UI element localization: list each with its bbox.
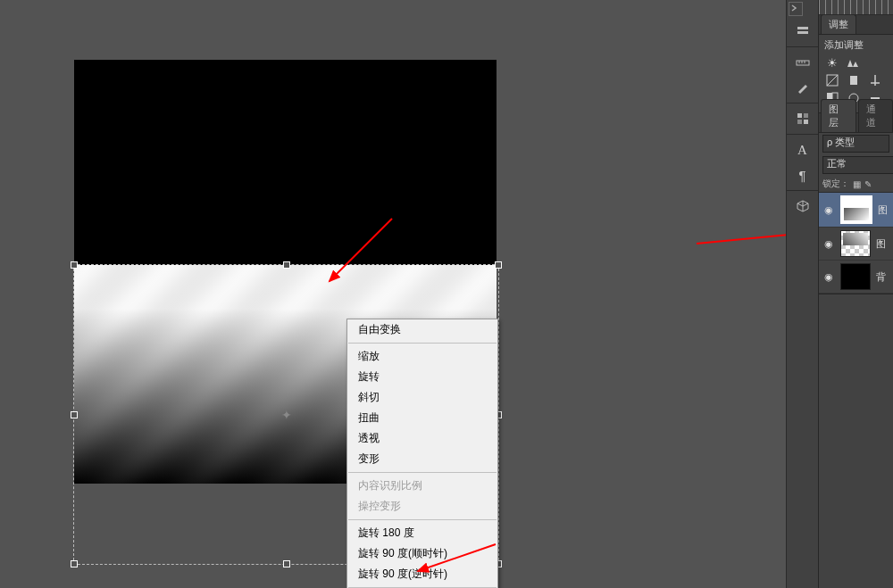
lock-label: 锁定：	[822, 178, 849, 190]
channels-tab[interactable]: 通道	[858, 99, 894, 132]
brightness-contrast-icon[interactable]: ☀	[824, 55, 840, 70]
layer-name[interactable]: 背	[876, 270, 886, 284]
three-d-panel-icon[interactable]	[789, 195, 816, 218]
workspace: ✦ 自由变换 缩放 旋转 斜切 扭曲 透视 变形 内容识别比例 操控变形 旋转 …	[0, 0, 788, 588]
transform-context-menu: 自由变换 缩放 旋转 斜切 扭曲 透视 变形 内容识别比例 操控变形 旋转 18…	[346, 319, 498, 588]
adjustments-tab[interactable]: 调整	[821, 14, 856, 34]
paragraph-panel-icon[interactable]: ¶	[789, 163, 816, 186]
transform-handle-top-left[interactable]	[71, 261, 78, 269]
svg-rect-9	[797, 113, 802, 118]
transform-handle-bottom-middle[interactable]	[283, 560, 290, 567]
menu-rotate[interactable]: 旋转	[347, 367, 497, 387]
transform-handle-top-right[interactable]	[495, 261, 502, 269]
layer-lock-row: 锁定： ▦ ✎	[819, 176, 893, 193]
layer-name[interactable]: 图	[878, 203, 888, 217]
svg-rect-11	[797, 120, 802, 124]
swatch-icon[interactable]	[789, 107, 816, 130]
collapsed-panel-rail: A ¶	[786, 0, 819, 588]
menu-rotate-90-cw[interactable]: 旋转 90 度(顺时针)	[347, 543, 497, 564]
layers-panel: 图层 通道 ρ 类型 正常 锁定： ▦ ✎ ◉ 图 ◉ 图	[819, 113, 893, 294]
ruler	[819, 0, 893, 15]
layer-visibility-toggle[interactable]: ◉	[822, 271, 835, 283]
layer-visibility-toggle[interactable]: ◉	[822, 238, 835, 250]
hue-sat-icon[interactable]	[846, 73, 862, 87]
ruler-tool-icon[interactable]	[789, 51, 816, 74]
layer-visibility-toggle[interactable]: ◉	[822, 204, 835, 216]
layer-row-1[interactable]: ◉ 图	[819, 193, 893, 228]
transform-center-icon[interactable]: ✦	[281, 410, 292, 420]
add-adjustment-label: 添加调整	[824, 38, 888, 52]
menu-perspective[interactable]: 透视	[347, 428, 497, 449]
layer-row-2[interactable]: ◉ 图	[819, 228, 893, 261]
lock-pixels-icon[interactable]: ▦	[853, 179, 861, 189]
menu-rotate-90-ccw[interactable]: 旋转 90 度(逆时针)	[347, 564, 497, 584]
layer-thumbnail[interactable]	[840, 230, 871, 257]
menu-separator	[348, 472, 497, 473]
menu-separator	[348, 519, 497, 520]
transform-handle-middle-left[interactable]	[71, 411, 78, 418]
layer-thumbnail[interactable]	[840, 195, 872, 224]
layer-filter-type-select[interactable]: ρ 类型	[822, 135, 889, 153]
lock-brush-icon[interactable]: ✎	[864, 179, 872, 189]
layer-thumbnail[interactable]	[840, 263, 871, 290]
history-icon[interactable]	[789, 20, 816, 43]
right-panels-stack: 调整 添加调整 ☀ 图层 通道 ρ 类型	[818, 0, 893, 588]
brush-preset-icon[interactable]	[789, 76, 816, 99]
menu-distort[interactable]: 扭曲	[347, 408, 497, 428]
menu-puppet-warp: 操控变形	[347, 496, 497, 517]
menu-warp[interactable]: 变形	[347, 449, 497, 469]
color-balance-icon[interactable]	[867, 73, 883, 87]
rail-expand-button[interactable]	[789, 2, 803, 16]
svg-rect-3	[797, 27, 808, 29]
menu-content-aware-scale: 内容识别比例	[347, 476, 497, 496]
svg-rect-5	[797, 61, 809, 65]
levels-icon[interactable]	[846, 55, 862, 70]
character-panel-icon[interactable]: A	[789, 138, 816, 161]
transform-handle-top-middle[interactable]	[283, 261, 290, 269]
svg-rect-12	[804, 120, 808, 124]
menu-separator	[348, 343, 497, 344]
menu-free-transform[interactable]: 自由变换	[347, 319, 497, 340]
svg-rect-10	[804, 113, 808, 118]
menu-skew[interactable]: 斜切	[347, 387, 497, 408]
layer-row-background[interactable]: ◉ 背	[819, 261, 893, 294]
layers-tab[interactable]: 图层	[821, 99, 856, 132]
svg-rect-4	[797, 31, 808, 34]
layer-name[interactable]: 图	[876, 237, 886, 251]
menu-scale[interactable]: 缩放	[347, 346, 497, 367]
blend-mode-select[interactable]: 正常	[822, 156, 893, 174]
svg-rect-14	[850, 76, 857, 85]
transform-handle-bottom-left[interactable]	[71, 560, 78, 567]
exposure-icon[interactable]	[824, 73, 840, 87]
menu-rotate-180[interactable]: 旋转 180 度	[347, 523, 497, 543]
